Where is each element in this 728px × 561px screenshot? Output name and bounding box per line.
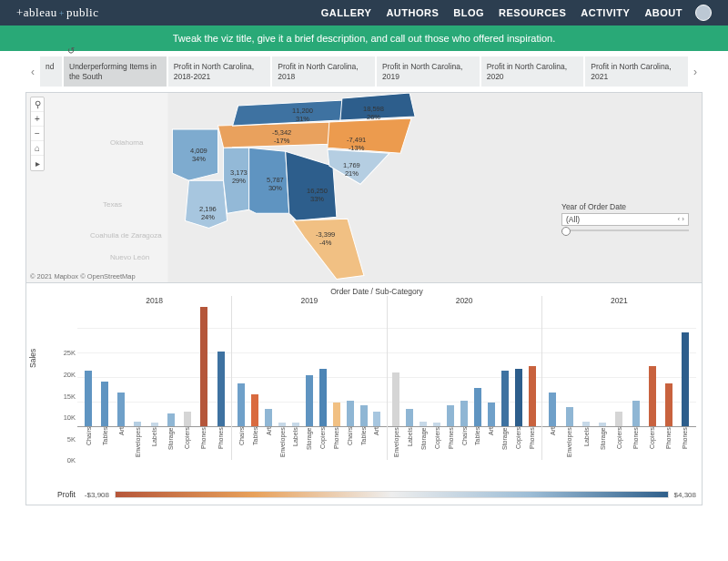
bar[interactable] [360,405,368,427]
map-zoom-in-button[interactable]: + [31,112,44,127]
filter-value-box[interactable]: (All) ‹ › [561,213,689,226]
nav-authors[interactable]: AUTHORS [386,7,439,18]
x-category-label: Storage [501,427,508,460]
bar[interactable] [184,412,191,427]
x-category-label: Art [118,427,125,460]
state-shape[interactable] [249,148,289,213]
panel-header: 2019 [232,296,386,309]
filter-stepper[interactable]: ‹ › [677,215,684,224]
x-category-label: Phones [200,427,207,460]
story-tab[interactable]: Profit in North Carolina, 2019 [377,56,480,87]
bar[interactable] [488,403,495,426]
map-home-button[interactable]: ⌂ [31,141,44,156]
bar[interactable] [582,422,590,427]
top-navbar: +ableau+public GALLERYAUTHORSBLOGRESOURC… [0,0,728,26]
story-tab[interactable]: Profit in North Carolina, 2018 [272,56,375,87]
bar[interactable] [515,369,522,427]
tabs-prev-button[interactable]: ‹ [25,56,40,87]
bar[interactable] [217,352,225,427]
bar[interactable] [373,412,380,427]
bar[interactable] [319,369,327,427]
bar[interactable] [566,407,573,426]
map-search-icon[interactable]: ⚲ [31,97,44,112]
bar-panels: 2018ChairsTablesArtEnvelopesLabelsStorag… [77,296,696,460]
bar[interactable] [200,307,207,427]
panel-header: 2020 [388,296,541,309]
bar-chart-title: Order Date / Sub-Category [57,287,696,296]
bar[interactable] [101,382,108,427]
nav-gallery[interactable]: GALLERY [321,7,372,18]
map-zoom-out-button[interactable]: − [31,127,44,141]
x-category-label: Chairs [461,427,468,460]
story-tab[interactable]: Underperforming Items in the South↺ [64,56,167,87]
nav-activity[interactable]: ACTIVITY [581,7,630,18]
bar[interactable] [529,366,536,426]
bar[interactable] [420,422,427,427]
bar[interactable] [117,393,125,427]
bar[interactable] [599,423,606,427]
undo-icon[interactable]: ↺ [67,46,75,57]
panel-header: 2018 [77,296,231,306]
x-category-label: Copiers [515,427,521,460]
x-category-label: Storage [420,427,427,460]
bar[interactable] [649,366,656,426]
bar[interactable] [265,409,272,426]
bar[interactable] [615,412,622,427]
story-tab[interactable]: nd [40,56,62,87]
bar[interactable] [665,383,672,426]
x-category-label: Art [550,427,556,460]
filter-title: Year of Order Date [561,202,689,211]
bar[interactable] [85,371,92,426]
bar[interactable] [167,413,175,426]
bar[interactable] [278,423,286,427]
bar[interactable] [632,401,640,426]
y-tick: 5K [67,434,76,443]
viz-container: ⚲ + − ⌂ ▸ OklahomaTexasCoahuila de Zarag… [25,92,703,505]
bar[interactable] [682,332,689,427]
bar[interactable] [392,372,399,426]
x-categories: EnvelopesLabelsStorageCopiersPhonesChair… [388,427,541,460]
bar[interactable] [406,409,413,426]
story-tab[interactable]: Profit in North Carolina, 2021 [585,56,688,87]
panel-header: 2021 [542,296,696,309]
x-category-label: Phones [217,427,224,460]
filter-slider[interactable] [561,230,689,231]
state-shape[interactable] [224,148,249,213]
bar[interactable] [549,393,556,427]
color-legend: Profit -$3,908 $4,308 [26,488,702,505]
state-shape[interactable] [185,181,227,229]
bar[interactable] [460,401,468,426]
logo-sep-icon: + [59,8,65,18]
legend-gradient [115,491,669,498]
map-play-button[interactable]: ▸ [31,156,44,170]
nav-about[interactable]: ABOUT [644,7,682,18]
svg-rect-1 [26,93,167,283]
bar[interactable] [251,394,258,426]
story-tab[interactable]: Profit in North Carolina, 2020 [481,56,584,87]
state-shape[interactable] [172,129,217,180]
bar[interactable] [433,423,440,426]
tabs-next-button[interactable]: › [688,56,703,87]
bar[interactable] [306,375,313,427]
map-view[interactable]: ⚲ + − ⌂ ▸ OklahomaTexasCoahuila de Zarag… [26,93,702,282]
bar[interactable] [447,405,454,427]
nav-resources[interactable]: RESOURCES [499,7,566,18]
legend-max: $4,308 [674,491,696,499]
bar[interactable] [292,423,299,426]
state-shape[interactable] [328,118,411,153]
x-category-label: Phones [333,427,339,460]
year-filter[interactable]: Year of Order Date (All) ‹ › [561,202,689,231]
y-tick: 10K [64,413,76,422]
user-avatar[interactable] [695,5,712,21]
nav-blog[interactable]: BLOG [453,7,484,18]
bar[interactable] [238,383,245,426]
story-tab[interactable]: Profit in North Carolina, 2018-2021 [168,56,271,87]
logo[interactable]: +ableau+public [16,5,98,20]
bar[interactable] [347,401,354,426]
x-category-label: Envelopes [279,427,286,460]
bar[interactable] [501,371,509,426]
bar[interactable] [151,423,158,426]
bar[interactable] [333,403,340,426]
bar[interactable] [134,422,141,427]
bar[interactable] [474,388,481,426]
